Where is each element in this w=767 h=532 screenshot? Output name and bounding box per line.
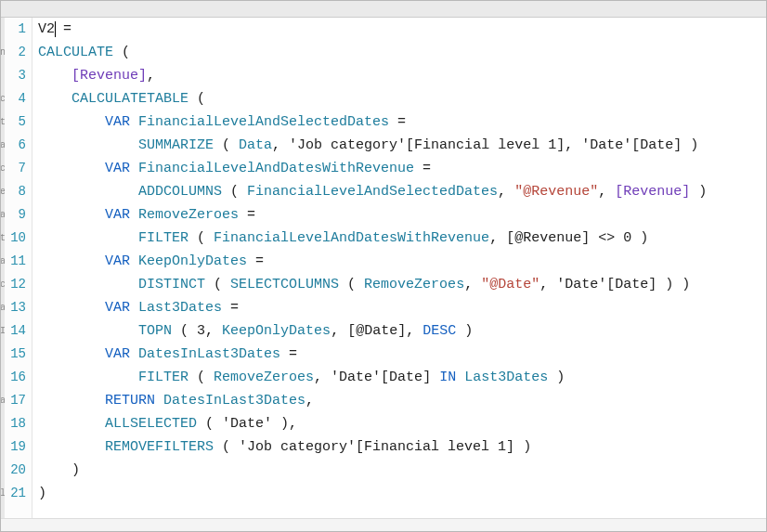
token-op: ) xyxy=(38,462,80,478)
line-number: 15 xyxy=(1,343,26,366)
token-col: 'Date'[Date] xyxy=(581,137,682,153)
code-line[interactable]: VAR Last3Dates = xyxy=(38,296,766,319)
token-op: V2 xyxy=(38,21,55,37)
token-op: , xyxy=(598,184,615,200)
token-op xyxy=(38,370,138,385)
token-ident: Last3Dates xyxy=(464,370,548,385)
code-line[interactable]: [Revenue], xyxy=(38,64,766,87)
token-col: 'Job category'[Financial level 1] xyxy=(289,137,565,153)
code-line[interactable]: FILTER ( RemoveZeroes, 'Date'[Date] IN L… xyxy=(38,366,766,389)
token-ident: RemoveZeroes xyxy=(138,207,239,223)
code-line[interactable]: TOPN ( 3, KeepOnlyDates, [@Date], DESC ) xyxy=(38,319,766,343)
code-line[interactable]: VAR FinancialLevelAndDatesWithRevenue = xyxy=(38,157,766,180)
code-line[interactable]: VAR FinancialLevelAndSelectedDates = xyxy=(38,110,766,134)
token-op xyxy=(38,253,105,269)
token-col: [@Revenue] xyxy=(506,230,590,246)
token-fn: FILTER xyxy=(138,370,188,385)
token-fn: TOPN xyxy=(138,323,172,339)
code-line[interactable]: V2 = xyxy=(38,18,766,41)
token-op xyxy=(38,439,105,455)
token-measure: [Revenue] xyxy=(615,184,690,200)
token-op: ( xyxy=(205,277,230,292)
token-op: ) xyxy=(456,323,473,339)
code-line[interactable]: DISTINCT ( SELECTCOLUMNS ( RemoveZeroes,… xyxy=(38,273,766,296)
code-line[interactable]: ADDCOLUMNS ( FinancialLevelAndSelectedDa… xyxy=(38,180,766,203)
line-number: 12 xyxy=(1,273,26,296)
code-line[interactable]: VAR DatesInLast3Dates = xyxy=(38,343,766,366)
token-op: ), xyxy=(272,416,297,432)
gutter-left-edge: nichtaiceahtaicaIal xyxy=(1,18,5,518)
code-line[interactable]: SUMMARIZE ( Data, 'Job category'[Financi… xyxy=(38,134,766,157)
token-fn: SUMMARIZE xyxy=(138,137,214,153)
line-number: 11 xyxy=(1,250,26,273)
token-op: ( xyxy=(172,323,197,339)
token-num: 3 xyxy=(197,323,205,339)
token-op: , xyxy=(314,370,331,385)
token-kw-calc: CALCULATETABLE xyxy=(72,91,188,107)
line-number: 10 xyxy=(1,227,26,250)
token-op: ( xyxy=(188,370,214,385)
code-line[interactable]: CALCULATE ( xyxy=(38,41,766,64)
code-line[interactable]: RETURN DatesInLast3Dates, xyxy=(38,389,766,412)
token-ident: FinancialLevelAndDatesWithRevenue xyxy=(138,161,414,176)
code-line[interactable]: REMOVEFILTERS ( 'Job category'[Financial… xyxy=(38,435,766,459)
token-ident: KeepOnlyDates xyxy=(138,253,247,269)
token-op xyxy=(38,207,105,223)
token-op: , xyxy=(565,137,581,153)
token-ident: FinancialLevelAndSelectedDates xyxy=(138,114,389,130)
footer-edge xyxy=(1,518,766,531)
token-kw-var: IN xyxy=(439,370,456,385)
token-op: ( xyxy=(214,439,239,455)
code-lines[interactable]: V2 = CALCULATE ( [Revenue], CALCULATETAB… xyxy=(32,18,766,518)
token-op: ( xyxy=(113,45,130,60)
token-kw-calc: CALCULATE xyxy=(38,45,113,60)
token-kw-var: DESC xyxy=(422,323,456,339)
token-op: <> xyxy=(590,230,623,246)
line-number: 21 xyxy=(1,482,26,505)
code-area[interactable]: nichtaiceahtaicaIal 12345678910111213141… xyxy=(1,18,766,518)
token-op: ) xyxy=(690,184,707,200)
token-op xyxy=(130,253,138,269)
token-op: , xyxy=(498,184,514,200)
token-op xyxy=(130,207,138,223)
line-number: 4 xyxy=(1,87,26,110)
token-op: ) xyxy=(548,370,565,385)
line-number-gutter: nichtaiceahtaicaIal 12345678910111213141… xyxy=(1,18,32,518)
code-line[interactable]: ALLSELECTED ( 'Date' ), xyxy=(38,412,766,435)
line-number: 14 xyxy=(1,319,26,343)
token-kw-var: VAR xyxy=(105,114,130,130)
code-line[interactable]: ) xyxy=(38,482,766,505)
code-line[interactable]: CALCULATETABLE ( xyxy=(38,87,766,110)
token-op xyxy=(155,393,163,409)
token-ident: RemoveZeroes xyxy=(214,370,314,385)
token-ident: KeepOnlyDates xyxy=(222,323,331,339)
token-op: = xyxy=(414,161,431,176)
code-line[interactable]: ) xyxy=(38,459,766,482)
token-ident: RemoveZeroes xyxy=(364,277,464,292)
token-op xyxy=(38,161,105,176)
token-op: , xyxy=(272,137,289,153)
line-number: 19 xyxy=(1,435,26,459)
token-op: ) ) xyxy=(656,277,690,292)
token-ident: FinancialLevelAndDatesWithRevenue xyxy=(214,230,489,246)
line-number: 6 xyxy=(1,134,26,157)
token-op xyxy=(456,370,464,385)
code-line[interactable]: FILTER ( FinancialLevelAndDatesWithReven… xyxy=(38,227,766,250)
token-op: ( xyxy=(222,184,247,200)
token-str: "@Revenue" xyxy=(514,184,598,200)
line-number: 3 xyxy=(1,64,26,87)
token-op: , xyxy=(406,323,422,339)
token-op: , xyxy=(540,277,556,292)
token-op: , xyxy=(464,277,481,292)
token-op: = xyxy=(222,300,239,316)
token-op: ( xyxy=(339,277,364,292)
token-op: ) xyxy=(38,486,46,501)
token-op: = xyxy=(247,253,264,269)
code-line[interactable]: VAR RemoveZeroes = xyxy=(38,203,766,227)
token-fn: SELECTCOLUMNS xyxy=(230,277,339,292)
token-col: [@Date] xyxy=(347,323,406,339)
token-op: ) xyxy=(631,230,648,246)
token-kw-var: VAR xyxy=(105,253,130,269)
token-op xyxy=(38,416,105,432)
code-line[interactable]: VAR KeepOnlyDates = xyxy=(38,250,766,273)
